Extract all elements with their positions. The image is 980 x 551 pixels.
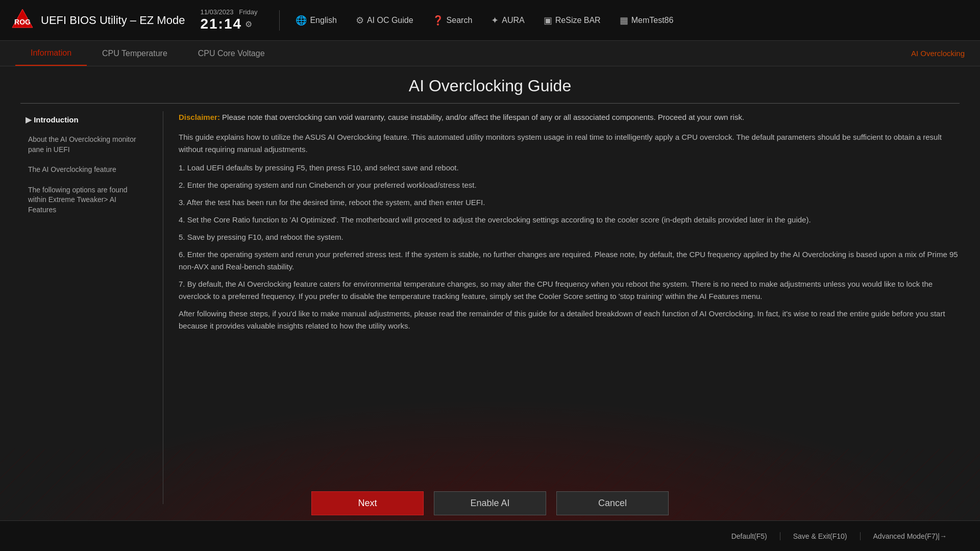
sidebar-subitem-ai-feature[interactable]: The AI Overclocking feature bbox=[20, 161, 153, 179]
enable-ai-button[interactable]: Enable AI bbox=[434, 491, 546, 515]
guide-title: AI Overclocking Guide bbox=[20, 77, 960, 95]
sub-nav-information[interactable]: Information bbox=[15, 41, 87, 66]
search-icon: ❓ bbox=[432, 15, 444, 26]
content-area: Introduction About the AI Overclocking m… bbox=[20, 111, 960, 504]
disclaimer-label: Disclaimer: bbox=[179, 113, 220, 121]
time-area: 21:14 ⚙ bbox=[200, 16, 252, 32]
sub-header: Information CPU Temperature CPU Core Vol… bbox=[0, 41, 980, 66]
globe-icon: 🌐 bbox=[296, 15, 307, 26]
disclaimer-line: Disclaimer: Please note that overclockin… bbox=[179, 111, 960, 123]
cancel-button[interactable]: Cancel bbox=[556, 491, 669, 515]
step-3: 3. After the test has been run for the d… bbox=[179, 196, 960, 209]
sidebar-subitem-options[interactable]: The following options are found within E… bbox=[20, 181, 153, 219]
sidebar-subitem-about[interactable]: About the AI Overclocking monitor pane i… bbox=[20, 131, 153, 159]
nav-item-resize-bar[interactable]: ▣ ReSize BAR bbox=[535, 11, 609, 30]
bottom-actions: Default(F5) Save & Exit(F10) Advanced Mo… bbox=[719, 532, 960, 540]
sub-nav-cpu-temp[interactable]: CPU Temperature bbox=[87, 41, 183, 66]
step-2: 2. Enter the operating system and run Ci… bbox=[179, 179, 960, 191]
bios-title: UEFI BIOS Utility – EZ Mode bbox=[41, 14, 185, 27]
time-display: 21:14 bbox=[200, 16, 242, 32]
step-1: 1. Load UEFI defaults by pressing F5, th… bbox=[179, 162, 960, 174]
oc-guide-icon: ⚙ bbox=[356, 15, 364, 26]
svg-text:ROG: ROG bbox=[14, 18, 31, 26]
step-5: 5. Save by pressing F10, and reboot the … bbox=[179, 231, 960, 243]
settings-icon[interactable]: ⚙ bbox=[245, 19, 252, 29]
text-area: Disclaimer: Please note that overclockin… bbox=[163, 111, 960, 504]
intro-paragraph: This guide explains how to utilize the A… bbox=[179, 131, 960, 156]
datetime-area: 11/03/2023 Friday 21:14 ⚙ bbox=[200, 8, 261, 32]
memtest-icon: ▦ bbox=[620, 15, 628, 26]
action-buttons-area: Next Enable AI Cancel bbox=[0, 486, 980, 520]
divider bbox=[279, 10, 280, 31]
bottom-bar: Default(F5) Save & Exit(F10) Advanced Mo… bbox=[0, 520, 980, 551]
nav-item-search[interactable]: ❓ Search bbox=[424, 11, 481, 30]
step-6: 6. Enter the operating system and rerun … bbox=[179, 248, 960, 273]
sidebar-item-introduction[interactable]: Introduction bbox=[20, 111, 153, 129]
logo-area: ROG UEFI BIOS Utility – EZ Mode bbox=[10, 8, 185, 33]
top-bar: ROG UEFI BIOS Utility – EZ Mode 11/03/20… bbox=[0, 0, 980, 41]
nav-item-english[interactable]: 🌐 English bbox=[287, 11, 345, 30]
step-4: 4. Set the Core Ratio function to 'AI Op… bbox=[179, 214, 960, 226]
aura-icon: ✦ bbox=[491, 15, 499, 26]
nav-item-aura[interactable]: ✦ AURA bbox=[483, 11, 532, 30]
nav-item-memtest[interactable]: ▦ MemTest86 bbox=[611, 11, 682, 30]
save-exit-f10[interactable]: Save & Exit(F10) bbox=[780, 532, 860, 540]
content-divider bbox=[20, 103, 960, 104]
sidebar: Introduction About the AI Overclocking m… bbox=[20, 111, 163, 504]
main-content: AI Overclocking Guide Introduction About… bbox=[0, 66, 980, 520]
disclaimer-text: Please note that overclocking can void w… bbox=[222, 113, 744, 121]
step-7: 7. By default, the AI Overclocking featu… bbox=[179, 278, 960, 303]
closing-para: After following these steps, if you'd li… bbox=[179, 308, 960, 332]
sub-nav-ai-overclocking: AI Overclocking bbox=[911, 49, 965, 58]
top-nav: 🌐 English ⚙ AI OC Guide ❓ Search ✦ AURA … bbox=[287, 11, 970, 30]
rog-logo: ROG bbox=[10, 8, 35, 33]
resize-bar-icon: ▣ bbox=[544, 15, 552, 26]
advanced-mode-f7[interactable]: Advanced Mode(F7)|→ bbox=[860, 532, 960, 540]
nav-item-ai-oc-guide[interactable]: ⚙ AI OC Guide bbox=[348, 11, 422, 30]
date-display: 11/03/2023 Friday bbox=[200, 8, 257, 16]
sub-nav-cpu-voltage[interactable]: CPU Core Voltage bbox=[183, 41, 280, 66]
default-f5[interactable]: Default(F5) bbox=[719, 532, 780, 540]
next-button[interactable]: Next bbox=[311, 491, 424, 515]
